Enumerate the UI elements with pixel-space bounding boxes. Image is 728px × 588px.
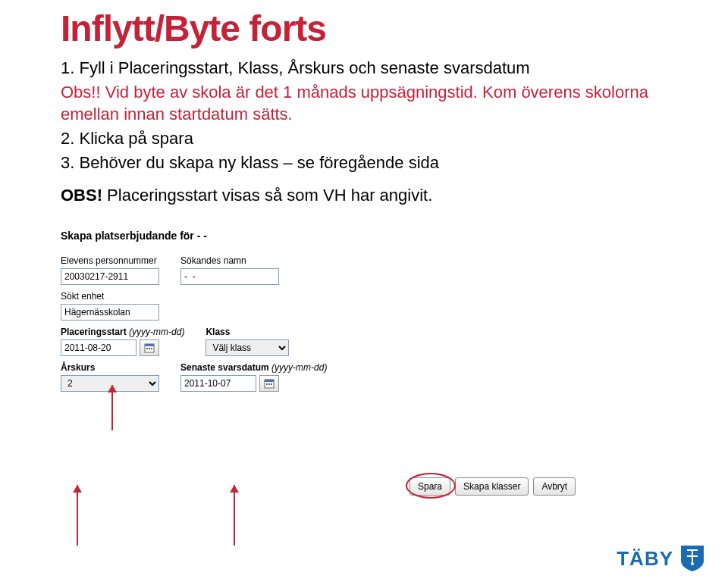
shield-icon <box>679 544 705 573</box>
form-screenshot: Skapa platserbjudande för - - Elevens pe… <box>61 230 667 392</box>
svarsdatum-input[interactable] <box>180 375 256 392</box>
svg-rect-3 <box>149 348 150 349</box>
svg-rect-8 <box>268 383 270 385</box>
svg-rect-7 <box>266 383 268 385</box>
arskurs-label: Årskurs <box>61 362 159 373</box>
svarsdatum-label: Senaste svarsdatum (yyyy-mm-dd) <box>180 362 327 373</box>
instruction-line-2: 2. Klicka på spara <box>61 127 667 150</box>
form-heading: Skapa platserbjudande för - - <box>61 230 667 242</box>
button-row: Spara Skapa klasser Avbryt <box>410 477 576 496</box>
instruction-obs-bottom: OBS! Placeringsstart visas så som VH har… <box>61 184 667 207</box>
svg-point-10 <box>691 562 694 565</box>
instruction-line-1: 1. Fyll i Placeringsstart, Klass, Årskur… <box>61 57 667 80</box>
svg-rect-6 <box>265 380 274 382</box>
placeringsstart-label: Placeringsstart (yyyy-mm-dd) <box>61 327 184 337</box>
annotation-arrow <box>111 385 113 430</box>
logo-text: TÄBY <box>617 547 673 571</box>
skapa-klasser-button[interactable]: Skapa klasser <box>455 477 529 496</box>
klass-select[interactable]: Välj klass <box>206 339 289 356</box>
obs-body: Vid byte av skola är det 1 månads uppsäg… <box>61 83 648 124</box>
obs-bold: OBS! <box>61 186 102 205</box>
svg-rect-2 <box>146 348 148 349</box>
sokt-enhet-label: Sökt enhet <box>61 291 159 302</box>
taby-logo: TÄBY <box>617 544 705 573</box>
sokande-namn-input[interactable] <box>180 268 279 285</box>
annotation-arrow <box>234 485 235 546</box>
klass-label: Klass <box>206 327 289 337</box>
svg-rect-9 <box>271 383 272 385</box>
svg-rect-4 <box>151 348 152 349</box>
instruction-block: 1. Fyll i Placeringsstart, Klass, Årskur… <box>61 57 667 207</box>
obs-prefix: Obs!! <box>61 83 105 102</box>
annotation-arrow <box>77 485 78 546</box>
sokande-namn-label: Sökandes namn <box>180 255 279 266</box>
page-title: Inflytt/Byte forts <box>61 8 667 49</box>
placeringsstart-input[interactable] <box>61 339 136 356</box>
instruction-line-3: 3. Behöver du skapa ny klass – se föregå… <box>61 152 667 174</box>
spara-button[interactable]: Spara <box>410 477 450 496</box>
calendar-icon[interactable] <box>140 339 159 356</box>
sokt-enhet-input[interactable] <box>61 304 159 321</box>
elev-personnummer-input[interactable] <box>61 268 159 285</box>
svg-rect-1 <box>145 344 154 346</box>
calendar-icon[interactable] <box>259 375 279 392</box>
obs-tail: Placeringsstart visas så som VH har angi… <box>102 186 432 205</box>
instruction-obs: Obs!! Vid byte av skola är det 1 månads … <box>61 81 667 126</box>
elev-personnummer-label: Elevens personnummer <box>61 255 159 266</box>
avbryt-button[interactable]: Avbryt <box>533 477 576 496</box>
